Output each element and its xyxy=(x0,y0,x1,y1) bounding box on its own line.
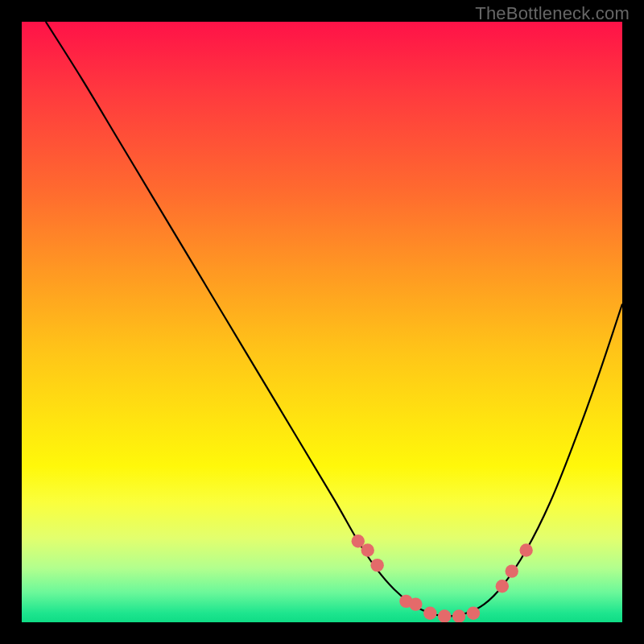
watermark-text: TheBottleneck.com xyxy=(475,3,630,24)
marker-point xyxy=(409,597,422,610)
chart-background xyxy=(22,22,622,622)
marker-point xyxy=(506,564,518,577)
marker-point xyxy=(438,609,451,622)
marker-point xyxy=(519,543,532,556)
marker-point xyxy=(496,580,509,592)
marker-point xyxy=(352,535,365,547)
marker-point xyxy=(370,559,383,572)
marker-point xyxy=(467,607,480,620)
marker-point xyxy=(452,609,465,622)
chart-plot-area xyxy=(22,22,622,622)
marker-point xyxy=(361,543,374,556)
marker-point xyxy=(423,607,436,620)
chart-svg xyxy=(22,22,622,622)
